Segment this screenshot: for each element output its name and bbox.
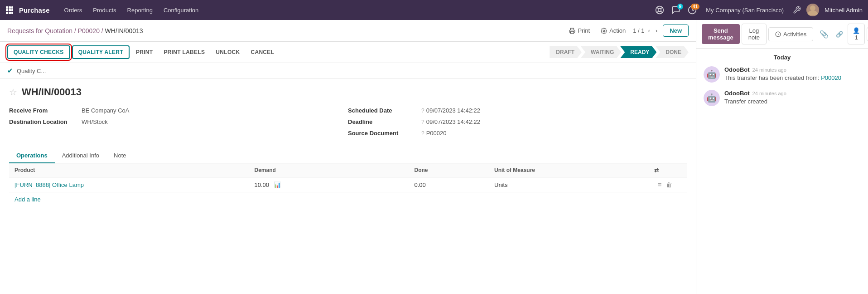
unlock-button[interactable]: UNLOCK xyxy=(211,46,244,58)
form-fields: Receive From BE Company CoA Destination … xyxy=(9,107,687,141)
favorite-star[interactable]: ☆ xyxy=(9,87,17,98)
table-header: Product Demand Done Unit of Measure ⇄ xyxy=(9,163,687,177)
step-waiting[interactable]: WAITING xyxy=(581,46,621,58)
followers-button[interactable]: 👤 1 xyxy=(848,24,865,44)
pager-next[interactable]: › xyxy=(654,26,659,35)
messages-icon[interactable]: 9 xyxy=(671,5,680,15)
msg-time-1: 24 minutes ago xyxy=(752,67,786,73)
svg-rect-17 xyxy=(571,31,574,34)
form-area: ☆ WH/IN/00013 Receive From BE Company Co… xyxy=(0,79,696,214)
support-icon[interactable] xyxy=(655,5,664,15)
svg-rect-1 xyxy=(9,6,11,9)
link-icon[interactable]: 🔗 xyxy=(833,29,846,39)
cancel-button[interactable]: CANCEL xyxy=(246,46,279,58)
clock-icon[interactable]: 41 xyxy=(688,5,697,15)
svg-rect-5 xyxy=(11,9,13,11)
quality-notice: ✔ Quality C... xyxy=(0,63,696,79)
msg-body-2: OdooBot 24 minutes ago Transfer created xyxy=(724,90,861,106)
source-doc-value[interactable]: P00020 xyxy=(426,130,447,137)
col-product: Product xyxy=(14,167,255,173)
transfer-settings-icon[interactable]: ⇄ xyxy=(654,167,659,173)
chart-icon[interactable]: 📊 xyxy=(274,181,281,188)
step-ready[interactable]: READY xyxy=(620,46,656,58)
tab-additional-info[interactable]: Additional Info xyxy=(55,148,106,163)
send-message-button[interactable]: Send message xyxy=(702,24,740,44)
breadcrumb-wh: WH/IN/00013 xyxy=(105,27,143,34)
right-panel: Send message Log note Activities 📎 🔗 👤 1… xyxy=(696,20,868,294)
msg-link-p00020[interactable]: P00020 xyxy=(821,74,841,81)
nav-configuration[interactable]: Configuration xyxy=(160,7,202,14)
print-label: Print xyxy=(578,27,590,34)
breadcrumb-po[interactable]: P00020 xyxy=(78,27,100,34)
svg-rect-6 xyxy=(6,12,8,14)
pager-prev[interactable]: ‹ xyxy=(646,26,652,35)
avatar[interactable] xyxy=(806,4,819,16)
odoobot-avatar-2: 🤖 xyxy=(704,90,720,106)
followers-icon: 👤 xyxy=(853,27,860,34)
print-action-button[interactable]: PRINT xyxy=(131,46,158,58)
msg-time-2: 24 minutes ago xyxy=(752,91,786,96)
source-doc-help: ? xyxy=(421,130,424,137)
scheduled-date-label: Scheduled Date xyxy=(348,107,420,114)
receive-from-field: Receive From BE Company CoA xyxy=(9,107,348,114)
pager: 1 / 1 ‹ › xyxy=(633,26,659,35)
activities-label: Activities xyxy=(783,31,806,38)
deadline-value[interactable]: 09/07/2023 14:42:22 xyxy=(426,118,480,125)
scheduled-date-value[interactable]: 09/07/2023 14:42:22 xyxy=(426,107,480,114)
log-note-button[interactable]: Log note xyxy=(742,24,767,44)
breadcrumb-rfq[interactable]: Requests for Quotation xyxy=(7,27,72,34)
settings-icon[interactable] xyxy=(793,6,801,14)
msg-text-1: This transfer has been created from: P00… xyxy=(724,74,861,82)
source-doc-field: Source Document ? P00020 xyxy=(348,130,687,137)
apps-icon[interactable] xyxy=(5,6,14,14)
user-name[interactable]: Mitchell Admin xyxy=(825,7,863,14)
row-detail-icon[interactable]: ≡ xyxy=(658,181,661,188)
new-button[interactable]: New xyxy=(663,24,689,37)
print-labels-button[interactable]: PRINT LABELS xyxy=(159,46,209,58)
step-done[interactable]: DONE xyxy=(656,46,689,58)
deadline-help: ? xyxy=(421,119,424,125)
nav-products[interactable]: Products xyxy=(89,7,120,14)
msg-text-2: Transfer created xyxy=(724,98,861,106)
record-name: WH/IN/00013 xyxy=(22,86,82,98)
row-demand: 10.00 📊 xyxy=(255,181,415,188)
clock-badge: 41 xyxy=(691,4,699,10)
content-area: Requests for Quotation / P00020 / WH/IN/… xyxy=(0,20,696,294)
action-button[interactable]: Action xyxy=(597,25,629,36)
row-delete-icon[interactable]: 🗑 xyxy=(666,181,672,188)
status-steps: DRAFT WAITING READY DONE xyxy=(550,46,689,58)
nav-orders[interactable]: Orders xyxy=(61,7,86,14)
row-done[interactable]: 0.00 xyxy=(415,181,495,188)
receive-from-label: Receive From xyxy=(9,107,82,114)
destination-label: Destination Location xyxy=(9,118,82,125)
quality-alert-button[interactable]: QUALITY ALERT xyxy=(72,45,130,59)
quality-checks-button[interactable]: QUALITY CHECKS xyxy=(7,45,70,59)
svg-line-11 xyxy=(657,7,659,9)
top-navigation: Purchase Orders Products Reporting Confi… xyxy=(0,0,868,20)
tab-operations[interactable]: Operations xyxy=(9,148,55,163)
col-uom: Unit of Measure xyxy=(494,167,654,173)
print-button[interactable]: Print xyxy=(565,25,593,36)
svg-rect-2 xyxy=(11,6,13,9)
step-draft[interactable]: DRAFT xyxy=(550,46,582,58)
nav-reporting[interactable]: Reporting xyxy=(124,7,156,14)
company-name: My Company (San Francisco) xyxy=(706,7,784,14)
form-left-column: Receive From BE Company CoA Destination … xyxy=(9,107,348,141)
destination-field: Destination Location WH/Stock xyxy=(9,118,348,125)
svg-rect-0 xyxy=(6,6,8,9)
row-product[interactable]: [FURN_8888] Office Lamp xyxy=(14,181,255,188)
quality-notice-text: Quality C... xyxy=(17,68,46,74)
table-row: [FURN_8888] Office Lamp 10.00 📊 0.00 Uni… xyxy=(9,177,687,192)
tab-note[interactable]: Note xyxy=(106,148,133,163)
paperclip-icon[interactable]: 📎 xyxy=(817,28,831,40)
msg-body-1: OdooBot 24 minutes ago This transfer has… xyxy=(724,66,861,83)
col-done: Done xyxy=(415,167,495,173)
app-brand[interactable]: Purchase xyxy=(19,6,50,14)
msg-author-2: OdooBot xyxy=(724,90,750,97)
add-line-button[interactable]: Add a line xyxy=(9,192,687,206)
activities-button[interactable]: Activities xyxy=(768,27,813,41)
followers-count: 1 xyxy=(855,34,858,41)
operations-table: Product Demand Done Unit of Measure ⇄ [F… xyxy=(9,163,687,206)
chatter-message-2: 🤖 OdooBot 24 minutes ago Transfer create… xyxy=(704,90,861,106)
col-actions: ⇄ xyxy=(654,167,681,173)
